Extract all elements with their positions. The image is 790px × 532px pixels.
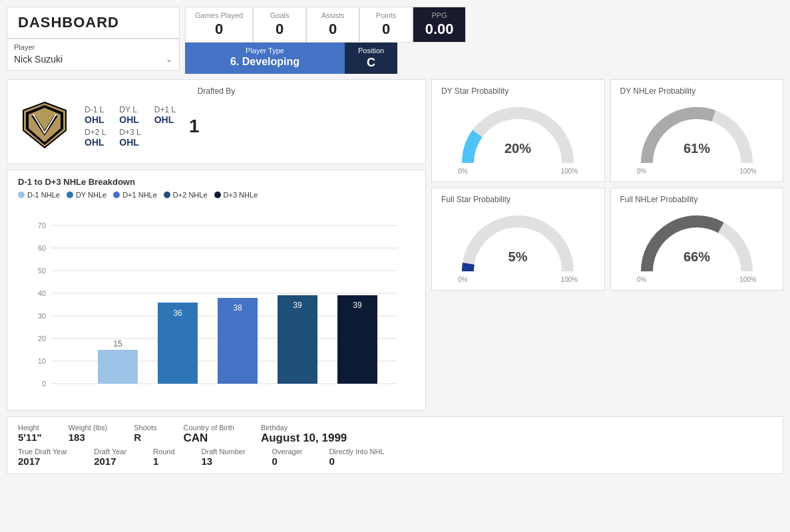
player-selector-box[interactable]: Player Nick Suzuki ⌄: [7, 39, 180, 70]
legend-label-dy: DY NHLe: [76, 191, 106, 199]
position-label: Position: [358, 47, 384, 55]
player-type-label: Player Type: [246, 47, 284, 55]
legend-d1: D-1 NHLe: [18, 191, 60, 199]
league-item-d2p: D+2 L OHL: [85, 128, 106, 148]
true-draft-year-value: 2017: [18, 456, 40, 467]
height-value: 5'11": [18, 432, 42, 443]
legend-label-d2p: D+2 NHLe: [173, 191, 208, 199]
weight-stat: Weight (lbs) 183: [69, 424, 107, 445]
legend-dot-d2p: [164, 192, 170, 198]
country-value: CAN: [183, 432, 208, 445]
svg-text:20: 20: [38, 334, 46, 342]
svg-text:30: 30: [38, 312, 46, 320]
drafted-by-panel: Drafted By: [7, 79, 426, 164]
gauge-dy-star: DY Star Probability: [431, 79, 605, 182]
svg-text:66%: 66%: [684, 249, 710, 264]
goals-value: 0: [276, 21, 284, 38]
gauge-dy-star-title: DY Star Probability: [441, 86, 508, 96]
player-type-box: Player Type 6. Developing: [185, 43, 345, 74]
league-item-d3p: D+3 L OHL: [119, 128, 140, 148]
draft-year-label: Draft Year: [94, 448, 126, 456]
bottom-row: Height 5'11" Weight (lbs) 183 Shoots R C…: [7, 416, 783, 474]
left-column: Drafted By: [7, 79, 426, 411]
svg-text:38: 38: [233, 303, 242, 313]
type-position-row: Player Type 6. Developing Position C: [185, 43, 783, 74]
gauge-full-star-labels: 0% 100%: [458, 276, 578, 283]
gauge-dy-star-area: 20% 0% 100%: [441, 100, 595, 175]
dashboard-container: DASHBOARD Player Nick Suzuki ⌄ Games Pla…: [0, 0, 790, 532]
player-type-value: 6. Developing: [230, 56, 299, 68]
gauge-dy-star-svg: 20%: [458, 100, 578, 166]
weight-value: 183: [69, 432, 85, 443]
weight-label: Weight (lbs): [69, 424, 107, 432]
dashboard-title-box: DASHBOARD: [7, 7, 180, 39]
league-item-d1: D-1 L OHL: [85, 105, 106, 125]
shoots-label: Shoots: [134, 424, 156, 432]
ppg-value: 0.00: [425, 21, 454, 38]
draft-year-stat: Draft Year 2017: [94, 448, 126, 467]
chart-section: D-1 to D+3 NHLe Breakdown D-1 NHLe DY NH…: [7, 170, 426, 411]
svg-text:15: 15: [113, 339, 122, 348]
svg-text:50: 50: [38, 267, 46, 275]
games-played-label: Games Played: [195, 11, 243, 19]
legend-d3p: D+3 NHLe: [214, 191, 258, 199]
legend-label-d3p: D+3 NHLe: [224, 191, 258, 199]
legend-label-d1p: D+1 NHLe: [122, 191, 157, 199]
team-logo-row: D-1 L OHL DY L OHL D+1 L OHL D+2 L: [18, 98, 415, 152]
goals-box: Goals 0: [253, 7, 306, 43]
gauge-full-star-area: 5% 0% 100%: [441, 208, 595, 283]
round-label: Round: [153, 448, 174, 456]
svg-text:39: 39: [353, 301, 362, 310]
gauge-full-nhler-area: 66% 0% 100%: [620, 208, 774, 283]
header-right: Games Played 0 Goals 0 Assists 0 Points …: [185, 7, 783, 74]
gauge-dy-nhler: DY NHLer Probability 61%: [610, 79, 784, 182]
birthday-label: Birthday: [261, 424, 288, 432]
svg-text:10: 10: [38, 357, 46, 365]
height-stat: Height 5'11": [18, 424, 42, 445]
overager-label: Overager: [272, 448, 303, 456]
assists-box: Assists 0: [306, 7, 359, 43]
main-content: Drafted By: [7, 79, 783, 411]
svg-text:5%: 5%: [508, 249, 528, 264]
round-stat: Round 1: [153, 448, 174, 467]
player-dropdown[interactable]: Nick Suzuki ⌄: [14, 53, 172, 66]
directly-into-nhl-value: 0: [329, 456, 334, 467]
chart-legend: D-1 NHLe DY NHLe D+1 NHLe D+2 NHLe: [18, 191, 415, 199]
legend-dy: DY NHLe: [67, 191, 106, 199]
birthday-stat: Birthday August 10, 1999: [261, 424, 347, 445]
dashboard-title: DASHBOARD: [18, 14, 119, 31]
gauge-full-star-title: Full Star Probability: [441, 195, 510, 204]
league-item-dy: DY L OHL: [119, 105, 140, 125]
player-name: Nick Suzuki: [14, 54, 63, 65]
ppg-box: PPG 0.00: [413, 7, 466, 43]
legend-label-d1: D-1 NHLe: [27, 191, 60, 199]
team-logo: [18, 98, 71, 152]
height-label: Height: [18, 424, 39, 432]
chevron-down-icon: ⌄: [166, 55, 172, 64]
gauge-dy-nhler-svg: 61%: [637, 100, 757, 166]
overager-stat: Overager 0: [272, 448, 303, 467]
leagues-grid: D-1 L OHL DY L OHL D+1 L OHL D+2 L: [85, 105, 176, 148]
directly-into-nhl-stat: Directly Into NHL 0: [329, 448, 384, 467]
country-stat: Country of Birth CAN: [183, 424, 234, 445]
draft-year-value: 2017: [94, 456, 116, 467]
svg-text:61%: 61%: [684, 141, 710, 156]
assists-value: 0: [329, 21, 337, 38]
legend-dot-d1: [18, 192, 25, 198]
svg-text:36: 36: [173, 309, 182, 318]
gauge-full-star-svg: 5%: [458, 208, 578, 275]
vgk-logo-svg: [18, 98, 71, 152]
svg-text:0: 0: [42, 380, 46, 388]
ppg-label: PPG: [432, 11, 447, 19]
league-item-d1p: D+1 L OHL: [154, 105, 176, 125]
drafted-by-label: Drafted By: [18, 86, 415, 96]
gauge-dy-star-labels: 0% 100%: [458, 168, 578, 175]
points-value: 0: [382, 21, 390, 38]
bar-d1: [98, 350, 138, 384]
goals-label: Goals: [270, 11, 290, 19]
round-value: 1: [153, 456, 158, 467]
legend-d1p: D+1 NHLe: [113, 191, 157, 199]
gauge-full-nhler-title: Full NHLer Probability: [620, 195, 698, 204]
position-box: Position C: [345, 43, 397, 74]
gauges-grid: DY Star Probability: [431, 79, 783, 291]
